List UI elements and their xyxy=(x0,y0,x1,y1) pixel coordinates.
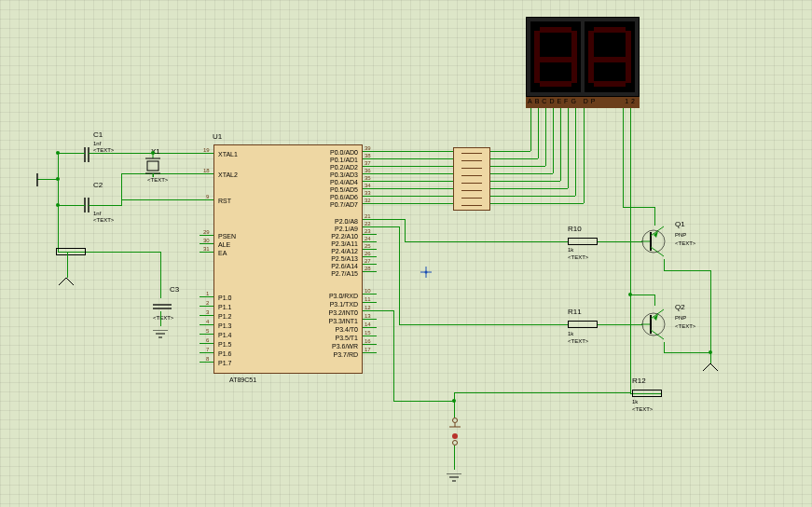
c2-text: <TEXT> xyxy=(93,217,114,223)
svg-point-15 xyxy=(452,433,458,439)
wire xyxy=(121,173,122,206)
r11-body[interactable] xyxy=(568,321,598,328)
chip-pin-stub xyxy=(200,352,213,353)
wire xyxy=(377,310,393,311)
wire xyxy=(630,295,654,295)
wire xyxy=(454,445,455,470)
wire xyxy=(490,181,560,182)
seven-seg-pin-band: ABCDEFG DP 12 xyxy=(526,97,640,108)
chip-pin-stub xyxy=(200,343,213,344)
chip-pin-stub xyxy=(363,173,377,174)
chip-body[interactable]: XTAL1 XTAL2 RST PSEN ALE EA P1.0 P1.1 P1… xyxy=(213,144,363,374)
wire xyxy=(405,241,568,242)
c2-ref: C2 xyxy=(93,181,103,189)
r10-ref: R10 xyxy=(568,225,582,233)
chip-pin-stub xyxy=(200,306,213,307)
wire xyxy=(67,252,68,278)
chip-pin-stub xyxy=(363,158,377,159)
chip-pin-stub xyxy=(363,344,377,345)
seven-seg-digit-1 xyxy=(530,21,581,92)
ground-icon xyxy=(153,326,168,343)
wire xyxy=(399,226,400,324)
c1-ref: C1 xyxy=(93,130,103,139)
wire xyxy=(377,226,399,227)
chip-pin-stub xyxy=(363,319,377,320)
chip-pin-stub xyxy=(363,166,377,167)
wire xyxy=(377,158,453,159)
push-button[interactable] xyxy=(446,418,464,449)
wire xyxy=(490,188,568,189)
junction xyxy=(151,151,155,155)
wire xyxy=(545,108,546,166)
wire xyxy=(490,151,530,152)
chip-pin-stub xyxy=(200,243,213,244)
wire xyxy=(377,196,453,197)
q2-text: <TEXT> xyxy=(675,323,695,329)
ground-icon xyxy=(447,470,461,486)
chip-pin-stub xyxy=(200,362,213,363)
chip-pin-stub xyxy=(363,151,377,152)
junction xyxy=(56,177,60,181)
resistor-pack[interactable] xyxy=(453,147,490,211)
c3-body[interactable] xyxy=(153,298,172,317)
wire xyxy=(568,108,569,188)
chip-pin-stub xyxy=(363,256,377,257)
chip-pin-stub xyxy=(363,264,377,265)
terminal-icon xyxy=(34,173,41,190)
chip-pin-stub xyxy=(363,352,377,353)
chip-pin-stub xyxy=(200,199,213,200)
chip-pin-stub xyxy=(363,336,377,336)
chip-pin-stub xyxy=(363,327,377,328)
wire xyxy=(664,342,665,352)
svg-rect-26 xyxy=(147,161,158,171)
q2-transistor[interactable] xyxy=(641,305,669,342)
c1-body[interactable] xyxy=(77,147,96,166)
chip-ref: U1 xyxy=(213,132,222,141)
wire xyxy=(598,241,642,242)
wire xyxy=(560,108,561,181)
junction xyxy=(628,293,632,296)
wire xyxy=(160,311,161,326)
seven-seg-digit-2 xyxy=(585,21,635,92)
wire xyxy=(623,108,624,207)
chip-pin-stub xyxy=(363,302,377,303)
wire xyxy=(377,203,453,204)
junction xyxy=(56,203,60,207)
r11-val: 1k xyxy=(568,331,573,336)
wire xyxy=(553,108,554,173)
seven-segment-display[interactable] xyxy=(526,17,640,97)
wire xyxy=(377,173,453,174)
r10-val: 1k xyxy=(568,247,573,253)
wire xyxy=(399,324,568,325)
chip-pin-stub xyxy=(200,252,213,253)
chip-pin-stub xyxy=(363,241,377,242)
r12-body[interactable] xyxy=(632,390,662,397)
chip-pin-stub xyxy=(200,315,213,316)
q2-ref: Q2 xyxy=(675,303,685,311)
q1-transistor[interactable] xyxy=(641,222,669,259)
wire xyxy=(538,108,539,158)
junction xyxy=(56,151,60,155)
r10-body[interactable] xyxy=(568,238,598,245)
wire xyxy=(598,324,642,325)
seven-seg-digit-sel-label: 12 xyxy=(625,98,638,104)
seven-seg-abcdefg-label: ABCDEFG DP xyxy=(528,98,599,104)
wire xyxy=(160,252,161,298)
wire xyxy=(664,259,665,270)
chip-pin-stub xyxy=(200,324,213,325)
wire xyxy=(530,108,531,151)
power-arrow-icon xyxy=(59,276,74,287)
chip-pin-stub xyxy=(200,296,213,297)
c2-body[interactable] xyxy=(77,198,96,216)
wire xyxy=(664,352,710,353)
chip-pin-stub xyxy=(200,153,213,154)
wire xyxy=(377,188,453,189)
wire xyxy=(630,108,631,295)
editor-cursor-icon xyxy=(420,265,430,274)
wire xyxy=(89,205,121,206)
wire xyxy=(377,219,405,220)
chip-pin-stub xyxy=(363,181,377,182)
resistor-rst-body[interactable] xyxy=(56,248,86,255)
wire xyxy=(393,401,454,402)
wire xyxy=(490,196,575,197)
